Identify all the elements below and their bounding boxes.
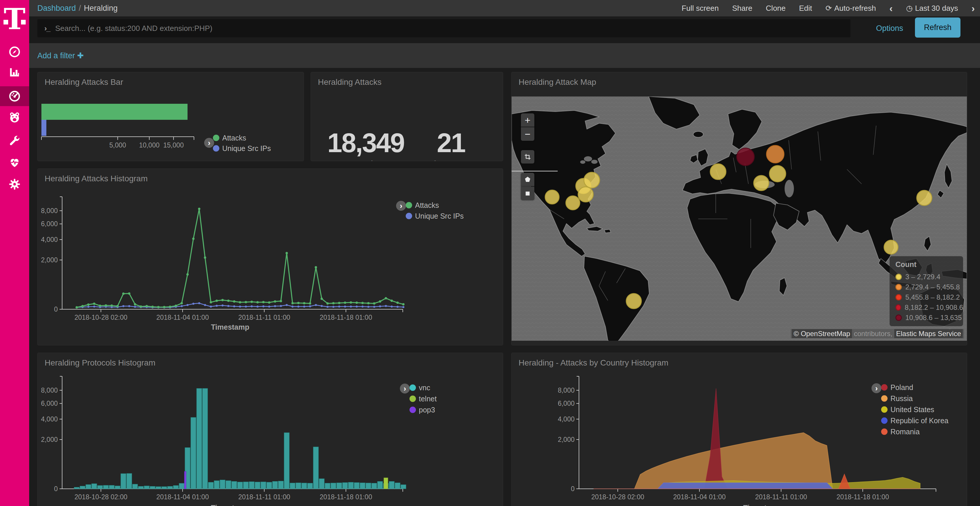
attack-map-marker[interactable] <box>767 146 784 163</box>
map-attribution: © OpenStreetMap contributors, Elastic Ma… <box>791 329 964 338</box>
svg-text:4,000: 4,000 <box>41 416 58 423</box>
refresh-button[interactable]: Refresh <box>915 17 961 38</box>
svg-text:2018-11-18 01:00: 2018-11-18 01:00 <box>320 314 372 321</box>
breadcrumb-dashboard-link[interactable]: Dashboard <box>37 4 76 13</box>
search-row: ›_ Search... (e.g. status:200 AND extens… <box>29 17 980 43</box>
svg-text:2018-11-04 01:00: 2018-11-04 01:00 <box>156 493 209 501</box>
legend-item[interactable]: United States <box>881 406 948 413</box>
map-legend-dot <box>896 284 902 290</box>
legend-item[interactable]: Unique Src IPs <box>213 144 271 152</box>
attack-map-marker[interactable] <box>737 148 754 165</box>
legend-item[interactable]: pop3 <box>409 406 437 414</box>
legend-color-dot <box>213 135 220 141</box>
legend-toggle-icon[interactable]: › <box>204 138 214 148</box>
legend-item[interactable]: telnet <box>409 395 437 403</box>
time-forward-button[interactable]: › <box>972 5 975 11</box>
legend-label: Republic of Korea <box>891 417 948 425</box>
sidebar-item-discover[interactable] <box>0 42 29 62</box>
legend-color-dot <box>409 384 416 391</box>
svg-text:Timestamp: Timestamp <box>211 504 250 506</box>
legend-label: Attacks <box>222 134 246 142</box>
legend-color-dot <box>213 145 220 152</box>
legend-item[interactable]: Russia <box>881 395 948 402</box>
svg-text:0: 0 <box>54 485 58 493</box>
legend-item[interactable]: Romania <box>881 428 948 435</box>
map-draw-polygon-button[interactable] <box>521 173 535 186</box>
panel-title: Heralding Attacks <box>318 78 382 87</box>
svg-text:8,000: 8,000 <box>41 207 58 214</box>
svg-text:2018-11-11 01:00: 2018-11-11 01:00 <box>238 493 290 501</box>
edit-button[interactable]: Edit <box>799 4 812 13</box>
attack-map-marker[interactable] <box>769 165 786 182</box>
svg-text:2018-10-28 02:00: 2018-10-28 02:00 <box>591 493 644 501</box>
legend-label: Unique Src IPs <box>222 144 271 153</box>
svg-text:2018-10-28 02:00: 2018-10-28 02:00 <box>75 314 127 321</box>
svg-text:6,000: 6,000 <box>41 220 58 228</box>
map-legend-item: 3 – 2,729.4 <box>896 272 963 282</box>
add-filter-button[interactable]: Add a filter ✚ <box>37 43 84 68</box>
attack-map-marker[interactable] <box>545 190 559 204</box>
attack-map-marker[interactable] <box>566 196 580 210</box>
top-nav-bar: Dashboard/Heralding Full screen Share Cl… <box>29 0 980 17</box>
sidebar-item-monitoring[interactable] <box>0 152 29 172</box>
time-back-button[interactable]: ‹ <box>889 5 892 11</box>
attack-map-marker[interactable] <box>710 164 726 179</box>
auto-refresh-button[interactable]: ⟳Auto-refresh <box>826 4 876 13</box>
legend-label: Romania <box>891 428 920 436</box>
sidebar-item-dev-tools[interactable] <box>0 130 29 150</box>
ems-link[interactable]: Elastic Maps Service <box>894 329 963 338</box>
svg-text:2,000: 2,000 <box>558 436 574 443</box>
osm-link[interactable]: © OpenStreetMap <box>792 329 852 338</box>
legend-label: vnc <box>419 384 430 392</box>
panel-attacks-histogram: Heralding Attacks Histogram 02,0004,0006… <box>37 168 503 346</box>
map-zoom-out-button[interactable]: − <box>521 127 535 141</box>
panel-protocols-histogram: Heralding Protocols Histogram 02,0004,00… <box>37 353 503 506</box>
panel-title: Heralding Attack Map <box>519 78 596 87</box>
app-sidebar: T <box>0 0 29 506</box>
refresh-cycle-icon: ⟳ <box>826 4 832 13</box>
sidebar-item-visualize[interactable] <box>0 63 29 82</box>
world-map[interactable]: + − Count 3 – 2,729.42,729.4 – 5,455.85,… <box>512 97 967 341</box>
polygon-icon <box>523 175 532 184</box>
legend-item[interactable]: Republic of Korea <box>881 417 948 424</box>
map-fit-bounds-button[interactable] <box>521 150 535 163</box>
panel-attack-map: Heralding Attack Map <box>511 72 967 346</box>
legend-color-dot <box>881 395 888 402</box>
legend-toggle-icon[interactable]: › <box>400 384 410 393</box>
fullscreen-button[interactable]: Full screen <box>682 4 719 13</box>
svg-text:15,000: 15,000 <box>163 141 184 149</box>
legend-item[interactable]: Poland <box>881 384 948 391</box>
attack-map-marker[interactable] <box>626 293 641 309</box>
clone-button[interactable]: Clone <box>766 4 786 13</box>
legend-color-dot <box>406 202 412 208</box>
legend-toggle-icon[interactable]: › <box>396 201 406 211</box>
options-link[interactable]: Options <box>869 19 910 37</box>
map-zoom-in-button[interactable]: + <box>521 113 535 127</box>
svg-text:4,000: 4,000 <box>558 416 574 423</box>
legend-toggle-icon[interactable]: › <box>872 383 881 393</box>
legend-item[interactable]: Attacks <box>213 134 271 142</box>
search-input[interactable]: ›_ Search... (e.g. status:200 AND extens… <box>37 19 851 37</box>
share-button[interactable]: Share <box>732 4 752 13</box>
legend-item[interactable]: Unique Src IPs <box>406 212 464 220</box>
legend-item[interactable]: Attacks <box>406 201 464 209</box>
t-mobile-logo[interactable]: T <box>0 3 29 37</box>
sidebar-item-management[interactable] <box>0 174 29 194</box>
legend-color-dot <box>409 407 416 413</box>
legend-item[interactable]: vnc <box>409 384 437 392</box>
legend-color-dot <box>881 384 888 390</box>
sidebar-item-tpot-bear[interactable] <box>0 108 29 127</box>
metric-label: Attacks <box>322 159 409 161</box>
legend: PolandRussiaUnited StatesRepublic of Kor… <box>881 384 948 439</box>
attack-map-marker[interactable] <box>754 176 769 190</box>
map-draw-rectangle-button[interactable] <box>521 187 535 200</box>
time-picker-button[interactable]: ◷Last 30 days <box>906 4 958 13</box>
attack-map-marker[interactable] <box>917 190 932 206</box>
map-legend-label: 3 – 2,729.4 <box>905 273 940 281</box>
attack-map-marker[interactable] <box>578 187 593 202</box>
attack-map-marker[interactable] <box>884 240 898 254</box>
attack-map-marker[interactable] <box>584 172 600 188</box>
sidebar-item-dashboard[interactable] <box>0 86 29 106</box>
legend-label: Unique Src IPs <box>415 212 464 220</box>
panel-attacks-bar: Heralding Attacks Bar 5,00010,00015,000 … <box>37 72 304 161</box>
